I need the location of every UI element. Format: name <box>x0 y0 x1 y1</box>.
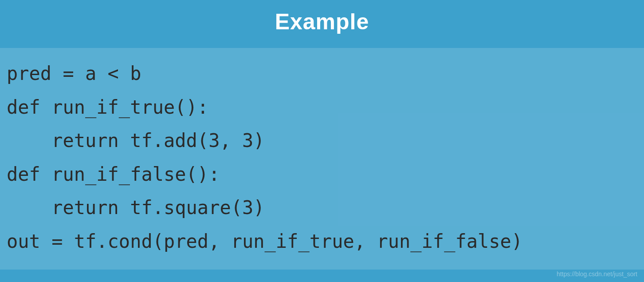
code-line-5: return tf.square(3) <box>7 197 265 218</box>
slide-header: Example <box>0 0 644 48</box>
watermark-text: https://blog.csdn.net/just_sort <box>557 270 637 278</box>
code-line-3: return tf.add(3, 3) <box>7 130 265 151</box>
code-line-1: pred = a < b <box>7 63 141 84</box>
slide-title: Example <box>0 9 644 35</box>
code-block: pred = a < b def run_if_true(): return t… <box>0 48 644 270</box>
code-line-4: def run_if_false(): <box>7 163 220 185</box>
code-line-2: def run_if_true(): <box>7 96 208 118</box>
code-line-6: out = tf.cond(pred, run_if_true, run_if_… <box>7 230 522 252</box>
